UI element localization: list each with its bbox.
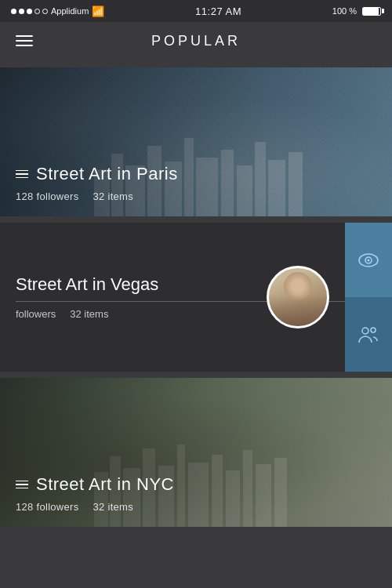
battery-shell: [362, 7, 381, 16]
nyc-menu-icon: [16, 481, 28, 489]
nyc-title-row: Street Art in NYC: [16, 474, 376, 495]
paris-menu-line-2: [16, 173, 28, 175]
nyc-menu-line-3: [16, 488, 28, 489]
signal-dots: [11, 9, 48, 14]
battery-fill: [363, 8, 379, 15]
card-nyc[interactable]: Street Art in NYC 128 followers 32 items: [0, 378, 392, 527]
dot2: [19, 9, 24, 14]
battery-icon: [361, 7, 381, 16]
nyc-content: Street Art in NYC 128 followers 32 items: [0, 378, 392, 527]
nyc-items: 32 items: [93, 501, 134, 513]
nyc-menu-line-2: [16, 484, 28, 485]
status-right: 100 %: [332, 6, 381, 16]
dot4: [34, 9, 40, 14]
status-bar: Applidium 📶 11:27 AM 100 %: [0, 0, 392, 22]
paris-items: 32 items: [93, 191, 134, 202]
dot5: [42, 9, 48, 14]
card-paris[interactable]: Street Art in Paris 128 followers 32 ite…: [0, 67, 392, 216]
vegas-view-button[interactable]: [345, 223, 392, 297]
vegas-avatar: [267, 266, 329, 328]
vegas-actions: [345, 223, 392, 372]
svg-point-14: [368, 259, 370, 261]
vegas-followers: followers: [16, 308, 56, 320]
svg-point-15: [362, 328, 368, 334]
paris-menu-line-1: [16, 170, 28, 172]
paris-followers: 128 followers: [16, 191, 79, 202]
menu-line-2: [16, 40, 33, 42]
header: POPULAR: [0, 22, 392, 60]
menu-button[interactable]: [16, 35, 33, 46]
status-time: 11:27 AM: [195, 5, 241, 17]
svg-point-16: [371, 328, 376, 332]
nyc-meta: 128 followers 32 items: [16, 501, 376, 513]
nyc-followers: 128 followers: [16, 501, 79, 513]
nyc-menu-line-1: [16, 481, 28, 482]
eye-icon: [358, 253, 379, 267]
people-icon: [358, 325, 379, 344]
page-title: POPULAR: [151, 33, 241, 49]
paris-title-row: Street Art in Paris: [16, 164, 376, 184]
paris-title: Street Art in Paris: [36, 164, 178, 184]
nyc-title: Street Art in NYC: [36, 474, 174, 495]
vegas-follow-button[interactable]: [345, 297, 392, 372]
menu-line-1: [16, 35, 33, 37]
carrier-label: Applidium: [51, 6, 89, 16]
menu-line-3: [16, 45, 33, 46]
wifi-icon: 📶: [92, 5, 104, 17]
paris-menu-line-3: [16, 177, 28, 179]
card-vegas[interactable]: Street Art in Vegas followers 32 items: [0, 223, 392, 372]
dot3: [27, 9, 32, 14]
paris-content: Street Art in Paris 128 followers 32 ite…: [0, 67, 392, 216]
paris-meta: 128 followers 32 items: [16, 191, 376, 202]
status-left: Applidium 📶: [11, 5, 104, 17]
paris-menu-icon: [16, 170, 28, 179]
dot1: [11, 9, 16, 14]
vegas-items: 32 items: [70, 308, 108, 320]
battery-percent: 100 %: [332, 6, 357, 16]
cards-container: Street Art in Paris 128 followers 32 ite…: [0, 60, 392, 535]
